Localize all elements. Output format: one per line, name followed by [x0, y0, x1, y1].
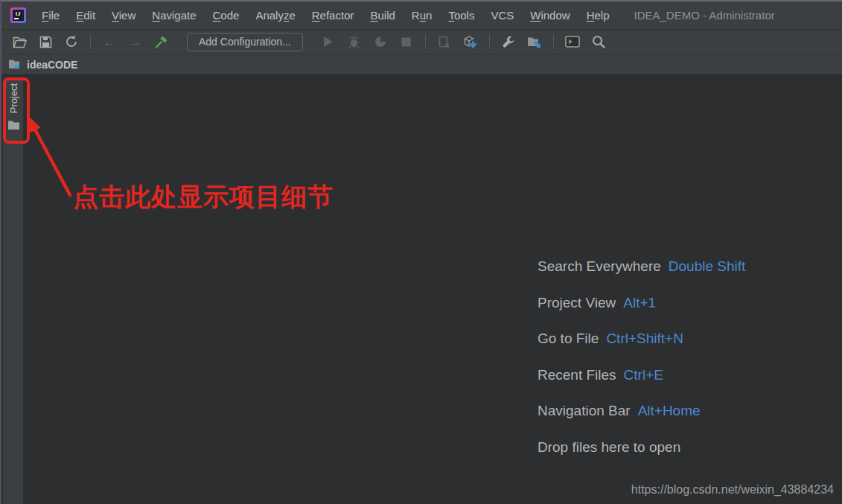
shortcut-row: Drop files here to open: [538, 439, 745, 456]
sync-icon[interactable]: [64, 34, 79, 49]
intellij-idea-logo-icon: IJ: [10, 7, 26, 23]
breadcrumb-module-name[interactable]: ideaCODE: [27, 59, 77, 71]
folder-icon: [7, 120, 20, 133]
shortcut-row: Search EverywhereDouble Shift: [538, 258, 745, 275]
stop-icon[interactable]: [399, 34, 414, 49]
shortcut-row: Recent FilesCtrl+E: [538, 367, 745, 383]
run-icon[interactable]: [321, 34, 336, 49]
update-project-icon[interactable]: [463, 34, 478, 49]
add-configuration-button[interactable]: Add Configuration...: [187, 33, 303, 51]
navigation-bar: ideaCODE: [1, 54, 842, 75]
toolbar-separator: [90, 34, 91, 49]
idea-logo-letters: IJ: [13, 10, 24, 21]
menu-bar: IJ FileEditViewNavigateCodeAnalyzeRefact…: [1, 1, 842, 30]
menu-run[interactable]: Run: [404, 9, 441, 22]
toolbar: ← → Add Configuration...: [1, 30, 842, 54]
open-icon[interactable]: [12, 34, 27, 49]
settings-wrench-icon[interactable]: [501, 34, 516, 49]
toolbar-separator: [425, 34, 426, 49]
back-icon[interactable]: ←: [102, 34, 117, 49]
menu-edit[interactable]: Edit: [68, 9, 103, 22]
terminal-icon[interactable]: [565, 34, 580, 49]
menu-window[interactable]: Window: [522, 9, 578, 22]
menu-navigate[interactable]: Navigate: [144, 9, 204, 22]
toolbar-separator: [489, 34, 490, 49]
menu-build[interactable]: Build: [362, 9, 403, 22]
left-tool-window-stripe: Project: [3, 77, 24, 504]
save-icon[interactable]: [38, 34, 53, 49]
module-folder-icon: [8, 59, 22, 70]
editor-empty-area: Project 点击此处显示项目细节 Search EverywhereDoub…: [3, 77, 842, 504]
menubar-items: FileEditViewNavigateCodeAnalyzeRefactorB…: [34, 9, 618, 22]
shortcut-row: Project ViewAlt+1: [538, 295, 745, 311]
menu-help[interactable]: Help: [578, 9, 618, 22]
project-structure-icon[interactable]: [527, 34, 542, 49]
watermark-url: https://blog.csdn.net/weixin_43884234: [631, 483, 834, 497]
project-tool-window-button[interactable]: Project: [3, 77, 24, 137]
menu-analyze[interactable]: Analyze: [247, 9, 303, 22]
toolbar-separator: [553, 34, 554, 49]
menu-code[interactable]: Code: [205, 9, 248, 22]
forward-icon[interactable]: →: [128, 34, 143, 49]
project-tab-label: Project: [8, 83, 19, 113]
shortcuts-list: Search EverywhereDouble ShiftProject Vie…: [538, 258, 745, 476]
window-title: IDEA_DEMO - Administrator: [634, 9, 775, 22]
annotation-text: 点击此处显示项目细节: [73, 180, 334, 214]
menu-tools[interactable]: Tools: [440, 9, 482, 22]
menu-vcs[interactable]: VCS: [482, 9, 522, 22]
build-hammer-icon[interactable]: [154, 34, 169, 49]
run-with-coverage-icon[interactable]: [373, 34, 388, 49]
attach-debugger-icon[interactable]: [437, 34, 452, 49]
menu-refactor[interactable]: Refactor: [304, 9, 363, 22]
search-icon[interactable]: [591, 34, 606, 49]
menu-file[interactable]: File: [34, 9, 68, 22]
debug-icon[interactable]: [347, 34, 362, 49]
menu-view[interactable]: View: [103, 9, 144, 22]
shortcut-row: Navigation BarAlt+Home: [538, 403, 745, 419]
shortcut-row: Go to FileCtrl+Shift+N: [538, 331, 745, 347]
